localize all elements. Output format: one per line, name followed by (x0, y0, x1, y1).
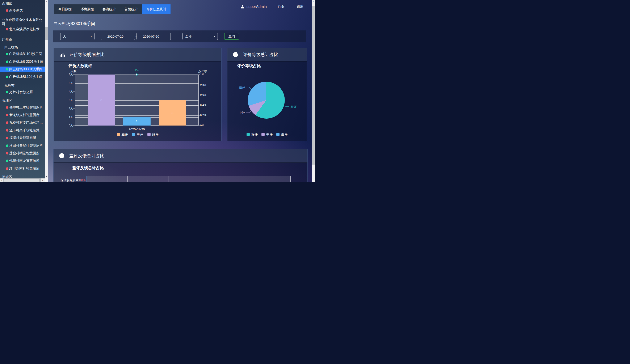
sidebar-item[interactable]: 福洞村委智慧厕所 (0, 135, 45, 140)
top-tab-bar: 今日数据 环境数据 客流统计 告警统计 评价信息统计 (54, 4, 170, 14)
status-dot-red (6, 137, 8, 139)
scroll-up-icon[interactable]: ▲ (312, 0, 315, 4)
date-to-input[interactable] (136, 33, 171, 40)
sidebar-item[interactable]: 佛塱村南龙智慧厕所 (0, 158, 45, 163)
legend-item-good[interactable]: 好评 (246, 132, 258, 136)
pie-chart-icon (59, 153, 64, 158)
bar-good: 6 (88, 74, 115, 125)
rate-point-label: 1% (132, 68, 141, 72)
sidebar-subgroup[interactable]: 白云机场 (0, 45, 45, 50)
status-dot-red (6, 106, 8, 109)
y-tick: 6人 (62, 73, 73, 76)
status-dot-green (6, 75, 8, 78)
sidebar-item[interactable]: 余玲测试 (0, 8, 45, 13)
status-dot-red (6, 28, 8, 30)
sidebar-group[interactable]: 黄埔区 (0, 98, 45, 103)
chevron-down-icon: ▼ (90, 33, 92, 40)
scroll-left-icon[interactable]: ◄ (0, 178, 3, 182)
panel-rating-detail: 评价等级明细占比 评价人数明细 人数 点评率 6人 5人 4人 3人 2人 1人… (54, 48, 222, 141)
sidebar-item[interactable]: 红卫新南社智慧厕所 (0, 166, 45, 171)
page-title: 白云机场B3301洗手间 (54, 21, 95, 26)
scrollbar-corner (45, 178, 48, 182)
sidebar-group[interactable]: 余测试 (0, 1, 45, 6)
panel-rating-total: 评价等级总计占比 评价等级占比 差评 中评 好评 好评 中评 差评 (227, 48, 307, 141)
legend-swatch (246, 133, 250, 136)
sidebar-item[interactable]: 白云机场B1101洗手间 (0, 51, 45, 56)
legend-item-good[interactable]: 好评 (148, 132, 158, 136)
sidebar-item-selected[interactable]: 白云机场B3301洗手间 (0, 66, 45, 72)
dashboard-page: 余测试 余玲测试 北京金淏源净化技术有限公司 北京金淏源净化技术… 广州市 白云… (0, 0, 315, 182)
period-select[interactable]: 天 ▼ (60, 33, 94, 40)
sidebar-item[interactable]: 洋田村曾屋社智慧厕所 (0, 143, 45, 148)
sidebar-item[interactable]: 白云机场B-2301洗手间 (0, 59, 45, 64)
scroll-right-icon[interactable]: ► (41, 178, 45, 182)
chevron-down-icon: ▼ (214, 33, 216, 40)
user-icon (240, 4, 245, 9)
sidebar-item[interactable]: 白云机场BL104洗手间 (0, 74, 45, 79)
pie-label-medium: 中评 (235, 111, 245, 115)
tab-alarm-stats[interactable]: 告警统计 (120, 4, 142, 14)
status-dot-green (6, 144, 8, 147)
rating-pie-chart (248, 82, 285, 119)
sidebar-scrollbar-thumb[interactable] (45, 27, 48, 40)
y2-tick: 0% (200, 124, 211, 127)
logout-link[interactable]: 退出 (297, 4, 304, 9)
status-dot-red (6, 9, 8, 12)
sidebar-item[interactable]: 佛塱村上坑社智慧厕所 (0, 105, 45, 110)
status-dot-red (6, 152, 8, 154)
panel-header: 评价等级总计占比 (228, 48, 306, 61)
pie-chart-icon (233, 52, 238, 57)
legend-swatch (262, 133, 264, 136)
status-dot-green (6, 60, 8, 63)
sidebar-item[interactable]: 北京金淏源净化技术… (0, 27, 45, 32)
page-scrollbar-thumb[interactable] (312, 6, 314, 165)
legend-item-medium[interactable]: 中评 (262, 132, 272, 136)
y2-tick: 0.4% (200, 103, 211, 107)
legend-item-medium[interactable]: 中评 (132, 132, 143, 136)
y-tick: 5人 (62, 81, 73, 85)
sidebar-horizontal-scrollbar[interactable]: ◄ ► (0, 178, 45, 182)
pie-label-bad: 差评 (235, 85, 245, 89)
home-link[interactable]: 首页 (278, 4, 284, 9)
y2-tick: 1% (200, 73, 211, 76)
page-vertical-scrollbar[interactable]: ▲ (312, 0, 315, 182)
tab-environment-data[interactable]: 环境数据 (76, 4, 98, 14)
tab-passenger-stats[interactable]: 客流统计 (98, 4, 120, 14)
sidebar-item[interactable]: 泾下村高禾场社智慧… (0, 128, 45, 133)
bar-chart-icon (60, 52, 65, 57)
sidebar-item[interactable]: 新龙镇麦村智慧厕所 (0, 112, 45, 118)
feedback-chart-plot (87, 176, 290, 182)
legend-item-bad[interactable]: 差评 (117, 132, 128, 136)
y2-tick: 0.2% (200, 114, 211, 117)
tab-evaluation-stats[interactable]: 评价信息统计 (142, 4, 170, 14)
status-dot-red (6, 121, 8, 124)
status-dot-red (6, 114, 8, 116)
panel-title: 评价等级总计占比 (243, 52, 278, 57)
sidebar: 余测试 余玲测试 北京金淏源净化技术有限公司 北京金淏源净化技术… 广州市 白云… (0, 0, 48, 182)
bar-medium: 1 (123, 117, 150, 126)
y-tick: 3人 (62, 98, 73, 102)
sidebar-group[interactable]: 广州市 (0, 37, 45, 42)
date-from-input[interactable] (101, 33, 135, 40)
user-menu[interactable]: superAdmin (240, 4, 267, 9)
legend-item-bad[interactable]: 差评 (276, 132, 288, 136)
chart-title: 差评反馈总计占比 (72, 165, 104, 171)
sidebar-item[interactable]: 莲塘村祠堂智慧厕所 (0, 151, 45, 156)
query-button[interactable]: 查询 (224, 33, 239, 40)
sidebar-item[interactable]: 光辉村智慧公厕 (0, 90, 45, 95)
sidebar-subgroup[interactable]: 光辉村 (0, 83, 45, 88)
scroll-up-icon[interactable]: ▲ (45, 0, 48, 4)
status-dot-green (6, 91, 8, 93)
scroll-down-icon[interactable]: ▼ (45, 175, 48, 178)
sidebar-group[interactable]: 北京金淏源净化技术有限公司 (0, 18, 45, 27)
sidebar-item[interactable]: 九楼村村委广场智慧… (0, 120, 45, 125)
user-name: superAdmin (246, 4, 267, 9)
tab-today-data[interactable]: 今日数据 (54, 4, 76, 14)
status-dot-green (6, 160, 8, 162)
sidebar-hscrollbar-thumb[interactable] (4, 179, 39, 182)
sidebar-vertical-scrollbar[interactable]: ▲ ▼ (45, 0, 48, 182)
feedback-axis-tick (85, 176, 86, 176)
legend-swatch (117, 133, 120, 136)
y-tick: 0人 (62, 124, 73, 127)
scope-select[interactable]: 全部 ▼ (182, 33, 218, 40)
